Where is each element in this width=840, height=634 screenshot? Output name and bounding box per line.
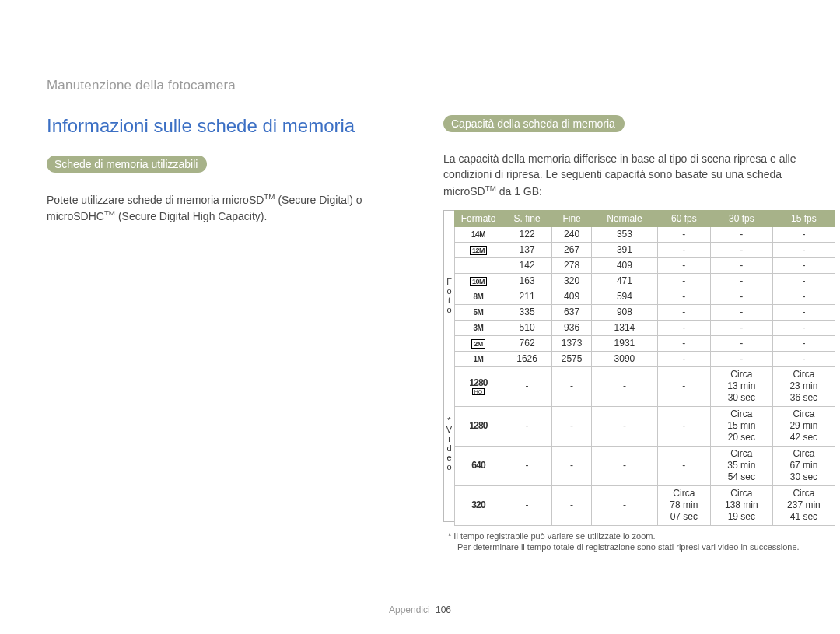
cell: - xyxy=(772,304,835,320)
cell: - xyxy=(772,335,835,351)
cell: 353 xyxy=(591,226,657,242)
capacity-table-wrap: Foto*Video FormatoS. fineFineNormale60 f… xyxy=(443,210,835,526)
cell: - xyxy=(772,320,835,335)
cell: 278 xyxy=(552,257,592,273)
format-icon: 1280 xyxy=(455,406,502,446)
cell: - xyxy=(657,320,710,335)
usable-cards-text: Potete utilizzare schede di memoria micr… xyxy=(47,191,412,224)
table-row: 2M76213731931--- xyxy=(455,335,835,351)
cell: - xyxy=(552,485,592,525)
cell: 594 xyxy=(591,289,657,304)
format-icon: 5M xyxy=(455,304,502,320)
cell: - xyxy=(591,446,657,485)
breadcrumb: Manutenzione della fotocamera xyxy=(47,78,793,93)
cell: 267 xyxy=(552,242,592,257)
cell: - xyxy=(657,366,710,406)
format-icon: 320 xyxy=(455,485,502,525)
table-row: 8M211409594--- xyxy=(455,289,835,304)
table-row: 1280----Circa15 min20 secCirca29 min42 s… xyxy=(455,406,835,446)
table-row: 14M122240353--- xyxy=(455,226,835,242)
table-row: 1280HQ----Circa13 min30 secCirca23 min36… xyxy=(455,366,835,406)
cell: 122 xyxy=(502,226,552,242)
col-header: Formato xyxy=(455,210,502,226)
table-row: 320---Circa78 min07 secCirca138 min19 se… xyxy=(455,485,835,525)
table-row: 3M5109361314--- xyxy=(455,320,835,335)
txt: (Secure Digital High Capacity). xyxy=(115,210,267,222)
cell: - xyxy=(657,226,710,242)
cell: 936 xyxy=(552,320,592,335)
footnotes: * Il tempo registrabile può variare se u… xyxy=(443,531,835,554)
page-footer: Appendici 106 xyxy=(0,604,840,615)
cell: - xyxy=(502,485,552,525)
cell: - xyxy=(657,446,710,485)
format-icon: 14M xyxy=(455,226,502,242)
cell: 335 xyxy=(502,304,552,320)
cell: - xyxy=(591,406,657,446)
cell: - xyxy=(772,351,835,366)
cell: 409 xyxy=(552,289,592,304)
cell: - xyxy=(657,273,710,289)
cell: - xyxy=(772,257,835,273)
cell: - xyxy=(710,242,772,257)
cell: Circa237 min41 sec xyxy=(772,485,835,525)
format-icon xyxy=(455,257,502,273)
cell: - xyxy=(502,446,552,485)
cell: - xyxy=(502,406,552,446)
cell: - xyxy=(710,226,772,242)
table-row: 10M163320471--- xyxy=(455,273,835,289)
cell: - xyxy=(591,485,657,525)
table-row: 640----Circa35 min54 secCirca67 min30 se… xyxy=(455,446,835,485)
cell: Circa78 min07 sec xyxy=(657,485,710,525)
table-row: 12M137267391--- xyxy=(455,242,835,257)
cell: - xyxy=(502,366,552,406)
row-group-foto: Foto xyxy=(443,226,454,366)
format-icon: 2M xyxy=(455,335,502,351)
page-title: Informazioni sulle schede di memoria xyxy=(47,115,412,137)
tm: TM xyxy=(104,208,115,217)
format-icon: 1M xyxy=(455,351,502,366)
txt: da 1 GB: xyxy=(496,184,542,197)
cell: - xyxy=(710,320,772,335)
cell: Circa13 min30 sec xyxy=(710,366,772,406)
cell: - xyxy=(657,351,710,366)
cell: - xyxy=(772,289,835,304)
cell: - xyxy=(552,446,592,485)
cell: - xyxy=(772,242,835,257)
row-group-video: *Video xyxy=(443,366,454,522)
format-icon: 1280HQ xyxy=(455,366,502,406)
cell: 1314 xyxy=(591,320,657,335)
format-icon: 12M xyxy=(455,242,502,257)
cell: Circa29 min42 sec xyxy=(772,406,835,446)
footer-section: Appendici xyxy=(389,604,430,615)
cell: 908 xyxy=(591,304,657,320)
cell: 1931 xyxy=(591,335,657,351)
table-row: 142278409--- xyxy=(455,257,835,273)
format-icon: 10M xyxy=(455,273,502,289)
cell: - xyxy=(710,351,772,366)
cell: 1373 xyxy=(552,335,592,351)
table-row: 1M162625753090--- xyxy=(455,351,835,366)
cell: - xyxy=(591,366,657,406)
cell: - xyxy=(657,257,710,273)
tm: TM xyxy=(264,192,275,201)
cell: - xyxy=(772,273,835,289)
cell: 137 xyxy=(502,242,552,257)
cell: 409 xyxy=(591,257,657,273)
subhead-usable-cards: Schede di memoria utilizzabili xyxy=(47,156,207,173)
cell: 211 xyxy=(502,289,552,304)
col-header: Normale xyxy=(591,210,657,226)
cell: - xyxy=(657,335,710,351)
subhead-capacity: Capacità della scheda di memoria xyxy=(443,115,625,132)
cell: Circa23 min36 sec xyxy=(772,366,835,406)
cell: 3090 xyxy=(591,351,657,366)
col-header: 30 fps xyxy=(710,210,772,226)
cell: 510 xyxy=(502,320,552,335)
cell: - xyxy=(657,242,710,257)
cell: - xyxy=(710,257,772,273)
col-header: 60 fps xyxy=(657,210,710,226)
tm: TM xyxy=(485,184,496,192)
cell: - xyxy=(552,406,592,446)
col-header: Fine xyxy=(552,210,592,226)
txt: Potete utilizzare schede di memoria micr… xyxy=(47,194,264,206)
footer-page: 106 xyxy=(436,604,451,615)
